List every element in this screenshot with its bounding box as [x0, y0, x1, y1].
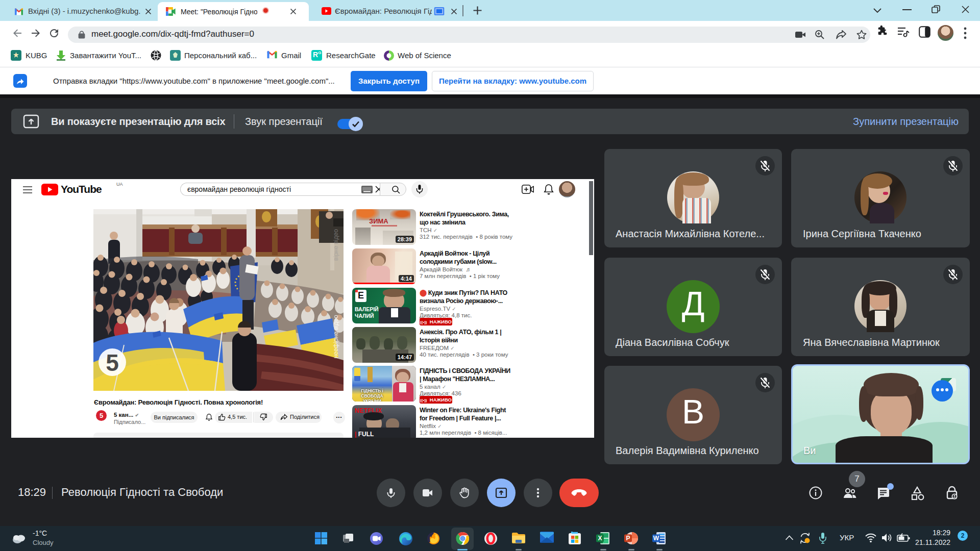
svg-text:W: W: [653, 535, 659, 542]
svg-text:P: P: [626, 535, 630, 542]
svg-text:X: X: [598, 535, 602, 542]
